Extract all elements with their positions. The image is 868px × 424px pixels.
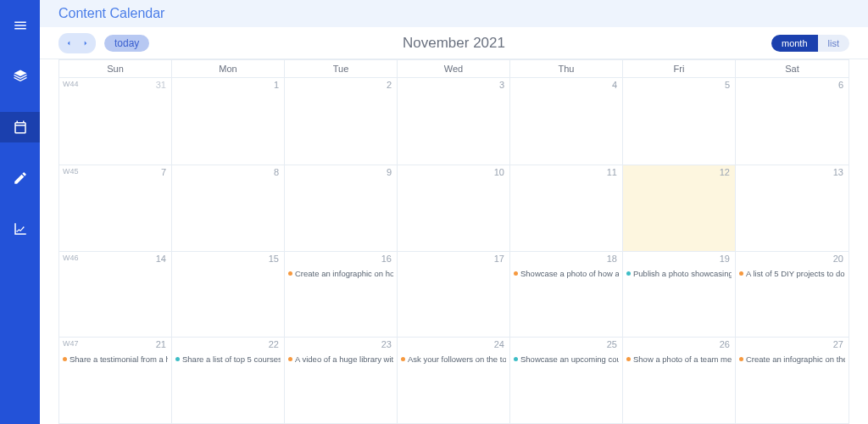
calendar-cell[interactable]: 16Create an infographic on how … <box>285 252 398 338</box>
calendar-row: W4431123456 <box>59 78 849 165</box>
event-dot-icon <box>288 271 292 276</box>
event-title: Showcase an upcoming cours… <box>520 354 619 364</box>
sidebar <box>0 0 40 424</box>
calendar-event[interactable]: Create an infographic on how … <box>288 269 393 278</box>
day-number: 27 <box>833 339 843 349</box>
calendar-cell[interactable]: 19Publish a photo showcasing h… <box>623 252 736 338</box>
day-header-cell: Fri <box>623 60 736 77</box>
day-number: 8 <box>274 167 279 177</box>
chart-icon[interactable] <box>0 214 40 244</box>
calendar-cell[interactable]: 18Showcase a photo of how a b… <box>510 252 623 338</box>
day-header-cell: Wed <box>398 60 510 77</box>
calendar-cell[interactable]: 13 <box>736 165 849 251</box>
calendar-cell[interactable]: 4 <box>510 78 623 165</box>
event-dot-icon <box>63 357 67 361</box>
calendar-event[interactable]: Showcase a photo of how a b… <box>514 269 619 278</box>
calendar-event[interactable]: A list of 5 DIY projects to do ar… <box>739 269 845 278</box>
menu-icon[interactable] <box>0 10 40 41</box>
calendar-event[interactable]: Share a list of top 5 courses t… <box>175 354 281 364</box>
layers-icon[interactable] <box>0 61 40 92</box>
calendar-icon[interactable] <box>0 112 40 142</box>
event-dot-icon <box>514 271 518 276</box>
day-header-cell: Mon <box>172 60 285 77</box>
calendar-cell[interactable]: 5 <box>623 78 736 165</box>
edit-icon[interactable] <box>0 163 40 193</box>
day-number: 17 <box>494 254 504 264</box>
calendar-cell[interactable]: W4431 <box>59 78 172 165</box>
day-number: 18 <box>607 254 617 264</box>
calendar-row: W4578910111213 <box>59 165 849 251</box>
day-number: 22 <box>269 339 279 349</box>
calendar-cell[interactable]: 12 <box>623 165 736 251</box>
page-header: Content Calendar <box>40 0 868 27</box>
calendar-toolbar: today November 2021 month list <box>40 27 868 59</box>
view-list-button[interactable]: list <box>818 35 849 52</box>
calendar-cell[interactable]: 8 <box>172 165 285 251</box>
calendar-cell[interactable]: W4614 <box>59 252 172 338</box>
week-label: W44 <box>63 80 79 88</box>
day-header-cell: Sun <box>59 60 172 77</box>
day-number: 14 <box>156 254 166 264</box>
calendar-event[interactable]: Create an infographic on the … <box>739 354 845 364</box>
day-header-cell: Tue <box>285 60 398 77</box>
event-title: Publish a photo showcasing h… <box>633 269 732 278</box>
calendar-event[interactable]: Share a testimonial from a ha… <box>63 354 168 364</box>
event-title: Show a photo of a team meeti… <box>633 354 732 364</box>
calendar-cell[interactable]: W457 <box>59 165 172 251</box>
calendar-cell[interactable]: 1 <box>172 78 285 165</box>
today-button[interactable]: today <box>104 35 149 52</box>
calendar-event[interactable]: Showcase an upcoming cours… <box>514 354 619 364</box>
event-dot-icon <box>739 271 743 276</box>
event-title: A video of a huge library with … <box>295 354 393 364</box>
event-dot-icon <box>514 357 518 361</box>
day-number: 12 <box>720 167 730 177</box>
event-dot-icon <box>626 357 631 361</box>
day-number: 26 <box>720 339 730 349</box>
calendar-cell[interactable]: 17 <box>398 252 510 338</box>
current-month-label: November 2021 <box>403 35 505 52</box>
next-button[interactable] <box>77 34 94 53</box>
day-number: 16 <box>381 254 392 264</box>
event-title: Showcase a photo of how a b… <box>520 269 619 278</box>
calendar-cell[interactable]: 27Create an infographic on the … <box>736 338 849 423</box>
prev-button[interactable] <box>60 34 77 53</box>
calendar-event[interactable]: Publish a photo showcasing h… <box>626 269 732 278</box>
day-number: 10 <box>494 167 504 177</box>
event-dot-icon <box>401 357 405 361</box>
calendar-cell[interactable]: 15 <box>172 252 285 338</box>
day-number: 20 <box>833 254 843 264</box>
day-number: 1 <box>274 80 279 90</box>
calendar-cell[interactable]: 26Show a photo of a team meeti… <box>623 338 736 423</box>
day-number: 24 <box>494 339 504 349</box>
calendar-cell[interactable]: 6 <box>736 78 849 165</box>
day-number: 2 <box>387 80 392 90</box>
calendar-cell[interactable]: 20A list of 5 DIY projects to do ar… <box>736 252 849 338</box>
day-header: SunMonTueWedThuFriSat <box>58 59 849 77</box>
calendar-cell[interactable]: 22Share a list of top 5 courses t… <box>172 338 285 423</box>
day-number: 19 <box>720 254 730 264</box>
calendar-cell[interactable]: 11 <box>510 165 623 251</box>
event-title: Create an infographic on how … <box>295 269 393 278</box>
calendar-cell[interactable]: 2 <box>285 78 398 165</box>
calendar-cell[interactable]: 25Showcase an upcoming cours… <box>510 338 623 423</box>
calendar-cell[interactable]: 9 <box>285 165 398 251</box>
event-title: A list of 5 DIY projects to do ar… <box>746 269 845 278</box>
calendar-cell[interactable]: 23A video of a huge library with … <box>285 338 398 423</box>
calendar-cell[interactable]: 24Ask your followers on the topi… <box>398 338 510 423</box>
calendar-event[interactable]: A video of a huge library with … <box>288 354 393 364</box>
calendar-row: W46141516Create an infographic on how …1… <box>59 251 849 338</box>
calendar-cell[interactable]: 10 <box>398 165 510 251</box>
week-label: W47 <box>63 339 79 348</box>
day-number: 21 <box>156 339 166 349</box>
day-number: 5 <box>725 80 730 90</box>
calendar-cell[interactable]: W4721Share a testimonial from a ha… <box>59 338 172 423</box>
day-number: 7 <box>161 167 166 177</box>
calendar-event[interactable]: Show a photo of a team meeti… <box>626 354 732 364</box>
view-month-button[interactable]: month <box>771 35 818 52</box>
page-title: Content Calendar <box>58 6 164 21</box>
event-title: Ask your followers on the topi… <box>408 354 506 364</box>
calendar-event[interactable]: Ask your followers on the topi… <box>401 354 506 364</box>
week-label: W46 <box>63 254 79 262</box>
calendar-cell[interactable]: 3 <box>398 78 510 165</box>
view-switch: month list <box>771 35 849 52</box>
